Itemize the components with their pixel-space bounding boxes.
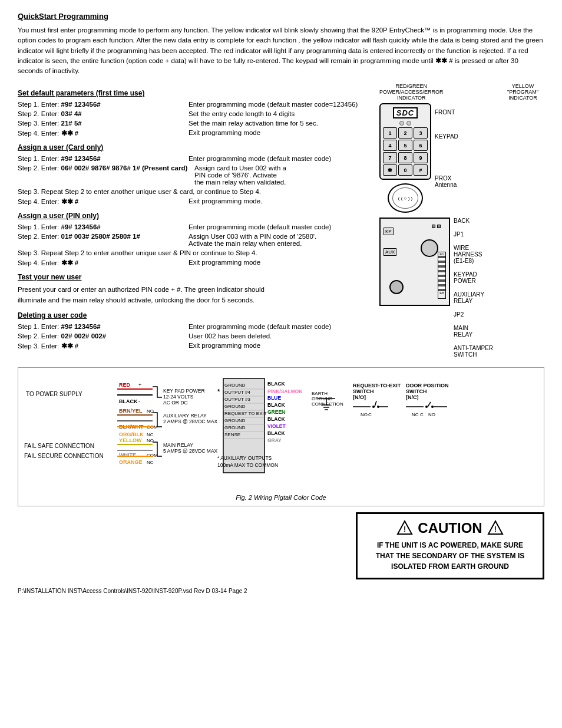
step-row: Step 3. Enter: 21# 5# Set the main relay… [18,120,373,127]
svg-text:GROUND: GROUND [224,418,246,423]
svg-text:C: C [420,412,424,417]
key-4: 4 [383,140,397,151]
svg-text:[N/O]: [N/O] [353,394,366,400]
svg-point-84 [431,406,434,408]
svg-text:GROUND: GROUND [312,396,333,401]
svg-text:BLACK: BLACK [267,416,286,422]
wire-bars [438,256,445,291]
svg-text:AUXILIARY RELAY: AUXILIARY RELAY [163,413,207,419]
svg-text:!: ! [494,525,497,533]
key-9: 9 [414,152,428,163]
svg-line-83 [428,402,431,407]
section-assign-pin: Assign a user (PIN only) Step 1. Enter: … [18,212,373,267]
back-labels: BACK JP1 WIREHARNESS(E1-E8) KEYPADPOWER … [454,218,493,358]
footer: P:\INSTALLATION INST\Access Controls\INS… [18,588,544,594]
svg-text:FAIL SAFE CONNECTION: FAIL SAFE CONNECTION [24,443,94,449]
aux-relay-label-side: AUXILIARYRELAY [454,291,493,304]
keypad-body: SDC 1 2 3 4 5 6 [379,103,431,180]
keypad-label: KEYPAD [435,133,458,140]
wire-harness-area: E1 E8 [438,252,446,299]
intro-text: You must first enter programming mode to… [18,25,544,76]
svg-text:VIOLET: VIOLET [267,423,286,429]
step-desc-wide: Assign card to User 002 with aPIN code o… [194,164,286,186]
step-desc: Exit programming mode [189,259,373,266]
svg-text:-: - [138,398,140,404]
step-desc: Exit programming mode. [189,197,373,205]
svg-text:COM: COM [147,453,158,458]
section-delete-user: Deleting a user code Step 1. Enter: #9# … [18,311,373,350]
step-label: Step 2. Enter: 02# 002# 002# [18,332,189,340]
dot2 [406,121,411,126]
svg-text:*  AUXILIARY OUTPUTS: * AUXILIARY OUTPUTS [217,455,272,461]
section-default-title: Set default parameters (first time use) [18,89,373,97]
svg-text:REQUEST-TO-EXIT: REQUEST-TO-EXIT [353,383,401,388]
step-full: Step 3. Repeat Step 2 to enter another u… [18,188,261,195]
section-assign-pin-title: Assign a user (PIN only) [18,212,373,220]
dot1 [399,121,404,126]
page-container: QuickStart Programming You must first en… [18,12,544,594]
step-row: Step 1. Enter: #9# 123456# Enter program… [18,223,373,230]
jp1-pin2 [437,225,441,228]
step-desc: User 002 has been deleted. [189,332,373,340]
svg-text:NC: NC [147,432,154,437]
svg-text:GROUND: GROUND [224,383,246,388]
svg-text:BLUE: BLUE [267,395,281,401]
svg-text:SWITCH: SWITCH [353,388,374,394]
section-delete-title: Deleting a user code [18,311,373,319]
key-2: 2 [398,127,412,139]
back-body: E1 E8 KP AUX [379,218,450,306]
step-label: Step 2. Enter: 01# 003# 2580# 2580# 1# [18,233,189,240]
step-desc: Set the main relay activation time for 5… [189,120,373,127]
svg-text:NC: NC [147,460,154,465]
step-label: Step 4. Enter: ✱✱ # [18,259,189,267]
step-label: Step 1. Enter: #9# 123456# [18,223,189,230]
svg-text:+: + [138,382,141,388]
keypad-power-box: KP [384,228,394,235]
svg-line-73 [375,401,376,407]
keypad-power-label-side: KEYPADPOWER [454,271,493,284]
svg-text:GRAY: GRAY [267,437,282,443]
svg-point-74 [377,406,379,408]
front-labels: FRONT KEYPAD PROXAntenna [435,103,458,188]
key-1: 1 [383,127,397,139]
svg-text:WHITE: WHITE [119,452,136,458]
aux-relay-box: AUX [384,248,396,256]
key-grid: 1 2 3 4 5 6 7 8 9 ✱ 0 # [383,127,428,176]
svg-text:GROUND: GROUND [224,404,246,409]
yellow-label: YELLOW"PROGRAM"INDICATOR [507,83,538,101]
svg-text:[N/C]: [N/C] [406,394,419,400]
connector-circle [421,239,438,257]
key-5: 5 [398,140,412,151]
step-row: Step 1. Enter: #9# 123456# Enter program… [18,155,373,162]
section-default-params: Set default parameters (first time use) … [18,89,373,137]
svg-text:BRN/YEL: BRN/YEL [119,408,143,414]
svg-text:GROUND: GROUND [224,425,246,430]
wiring-caption: Fig. 2 Wiring Pigtail Color Code [23,494,539,501]
step-desc: Enter programming mode (default master c… [189,223,373,230]
caution-word: CAUTION [418,520,482,536]
svg-text:*: * [217,388,220,395]
step-label: Step 1. Enter: #9# 123456# [18,101,189,108]
prox-label: PROXAntenna [435,175,458,188]
svg-text:ORANGE: ORANGE [119,459,143,465]
red-green-label: RED/GREENPOWER/ACCESS/ERRORINDICATOR [379,83,444,101]
svg-text:GREEN: GREEN [267,409,285,415]
step-row: Step 2. Enter: 03# 4# Set the entry code… [18,110,373,117]
indicator-dots [399,121,411,126]
key-hash: # [414,164,428,176]
step-label: Step 3. Enter: ✱✱ # [18,342,189,350]
main-layout: Set default parameters (first time use) … [18,83,544,358]
step-row: Step 4. Enter: ✱✱ # Exit programming mod… [18,129,373,137]
caution-section: ! CAUTION ! IF THE UNIT IS AC POWERED, M… [18,512,544,579]
caution-text: IF THE UNIT IS AC POWERED, MAKE SURE THA… [369,540,531,572]
step-row: Step 2. Enter: 01# 003# 2580# 2580# 1# A… [18,233,373,247]
svg-text:PINK/SALMON: PINK/SALMON [267,388,303,394]
jp1-pin1 [432,225,435,228]
step-desc: Set the entry code length to 4 digits [189,110,373,117]
svg-point-82 [425,406,428,408]
wiring-section: TO POWER SUPPLY RED + BLACK - KEY PAD PO… [18,367,544,506]
step-row: Step 1. Enter: #9# 123456# Enter program… [18,323,373,330]
front-label: FRONT [435,109,458,116]
step-label: Step 1. Enter: #9# 123456# [18,323,189,330]
svg-text:KEY PAD POWER: KEY PAD POWER [163,388,205,394]
